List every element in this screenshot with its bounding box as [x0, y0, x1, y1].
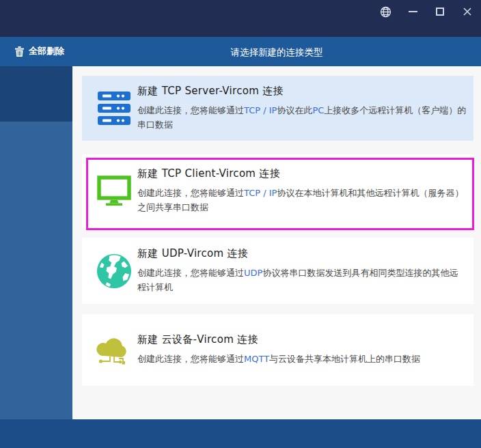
app-window: 全部删除 请选择新建的连接类型: [0, 0, 481, 448]
card-description: 创建此连接，您将能够通过TCP / IP协议在本地计算机和其他远程计算机（服务器…: [137, 186, 467, 214]
bottom-bar: [0, 419, 481, 448]
header-prompt: 请选择新建的连接类型: [72, 46, 481, 59]
card-title: 新建 TCP Server-Vircom 连接: [137, 85, 467, 98]
card-description: 创建此连接，您将能够通过TCP / IP协议在此PC上接收多个远程计算机（客户端…: [137, 104, 467, 131]
minimize-button[interactable]: [399, 4, 426, 19]
maximize-button[interactable]: [426, 4, 454, 19]
card-title: 新建 UDP-Vircom 连接: [137, 247, 467, 260]
delete-all-button[interactable]: 全部删除: [15, 45, 64, 57]
title-bar: [0, 0, 481, 37]
card-cloud-device[interactable]: 新建 云设备-Vircom 连接 创建此连接，您将能够通过MQTT与云设备共享本…: [82, 314, 473, 386]
sidebar[interactable]: [0, 66, 72, 419]
monitor-icon: [97, 176, 131, 206]
close-icon: [463, 7, 472, 16]
card-title: 新建 云设备-Vircom 连接: [137, 333, 467, 346]
card-description: 创建此连接，您将能够通过UDP协议将串口数据发送到具有相同类型连接的其他远程计算…: [137, 266, 467, 294]
sidebar-active-item[interactable]: [0, 66, 72, 122]
card-description: 创建此连接，您将能够通过MQTT与云设备共享本地计算机上的串口数据: [137, 352, 467, 366]
header-bar: 全部删除 请选择新建的连接类型: [0, 37, 481, 66]
connection-type-list: 新建 TCP Server-Vircom 连接 创建此连接，您将能够通过TCP …: [72, 66, 481, 419]
card-udp[interactable]: 新建 UDP-Vircom 连接 创建此连接，您将能够通过UDP协议将串口数据发…: [82, 238, 473, 304]
trash-icon: [15, 46, 24, 57]
globe-icon: [380, 6, 391, 18]
card-tcp-server[interactable]: 新建 TCP Server-Vircom 连接 创建此连接，您将能够通过TCP …: [82, 76, 473, 141]
close-button[interactable]: [454, 4, 481, 19]
card-tcp-client[interactable]: 新建 TCP Client-Vircom 连接 创建此连接，您将能够通过TCP …: [82, 154, 473, 227]
window-controls: [372, 4, 481, 19]
delete-all-label: 全部删除: [29, 45, 64, 57]
maximize-icon: [436, 8, 444, 16]
card-title: 新建 TCP Client-Vircom 连接: [137, 167, 467, 180]
cloud-icon: [96, 334, 132, 367]
earth-icon: [96, 253, 132, 290]
language-globe-button[interactable]: [372, 4, 399, 19]
server-icon: [98, 92, 130, 126]
minimize-icon: [409, 11, 417, 12]
